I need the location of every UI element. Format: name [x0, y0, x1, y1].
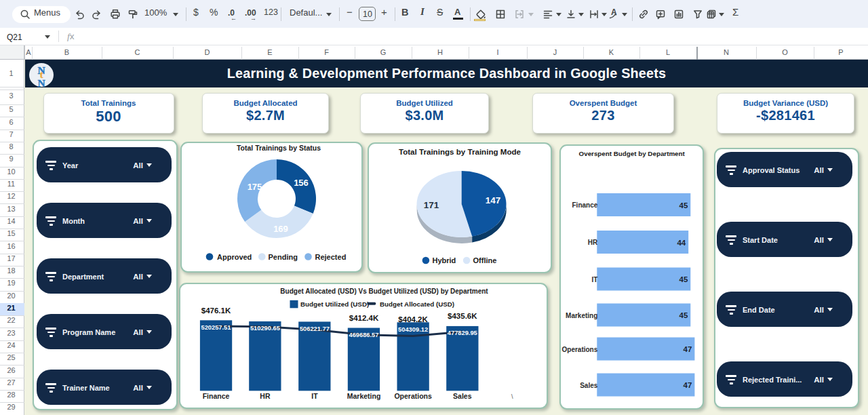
svg-text:Budget Allocated (USD) Vs Budg: Budget Allocated (USD) Vs Budget Utilize… — [280, 288, 488, 295]
svg-text:$404.2K: $404.2K — [398, 315, 428, 323]
svg-text:Sales: Sales — [580, 382, 598, 389]
svg-text:506221.77: 506221.77 — [299, 325, 329, 332]
svg-text:175: 175 — [248, 182, 262, 192]
svg-text:Budget Allocated (USD): Budget Allocated (USD) — [380, 300, 454, 307]
svg-text:Overspent Budget by Department: Overspent Budget by Department — [579, 150, 686, 157]
svg-text:Marketing: Marketing — [347, 391, 380, 399]
svg-text:47: 47 — [684, 381, 692, 389]
svg-text:469686.57: 469686.57 — [349, 332, 378, 338]
svg-text:Total Trainings by Status: Total Trainings by Status — [237, 144, 321, 152]
svg-text:$435.6K: $435.6K — [448, 311, 477, 319]
svg-text:$476.1K: $476.1K — [201, 307, 231, 315]
svg-text:HR: HR — [588, 239, 598, 246]
svg-text:IT: IT — [591, 276, 597, 283]
svg-text:44: 44 — [677, 239, 686, 247]
svg-text:$412.4K: $412.4K — [349, 314, 378, 322]
svg-text:Sales: Sales — [453, 391, 472, 399]
svg-text:45: 45 — [679, 275, 688, 283]
svg-text:45: 45 — [679, 311, 688, 319]
svg-text:47: 47 — [684, 345, 692, 353]
svg-text:Finance: Finance — [202, 391, 229, 399]
svg-text:45: 45 — [679, 201, 688, 210]
svg-text:Hybrid: Hybrid — [433, 256, 456, 264]
svg-text:Budget Utilized (USD): Budget Utilized (USD) — [300, 300, 369, 307]
svg-text:Rejected: Rejected — [315, 253, 347, 261]
svg-text:Offline: Offline — [473, 256, 497, 264]
svg-text:Operations: Operations — [562, 346, 598, 353]
svg-text:169: 169 — [273, 224, 288, 234]
svg-text:147: 147 — [486, 195, 501, 205]
svg-text:HR: HR — [260, 391, 271, 399]
svg-text:504309.12: 504309.12 — [398, 325, 428, 332]
svg-text:Total Trainings by Training Mo: Total Trainings by Training Mode — [399, 147, 521, 156]
svg-text:Marketing: Marketing — [566, 312, 597, 319]
svg-text:171: 171 — [424, 200, 439, 210]
svg-text:Approved: Approved — [217, 253, 252, 261]
svg-text:Operations: Operations — [394, 391, 432, 399]
svg-text:156: 156 — [294, 178, 309, 188]
svg-text:477829.95: 477829.95 — [447, 330, 477, 336]
svg-text:Finance: Finance — [572, 201, 598, 209]
svg-text:510290.65: 510290.65 — [250, 325, 279, 332]
svg-text:\: \ — [511, 393, 513, 399]
svg-text:IT: IT — [311, 391, 318, 399]
svg-text:520257.51: 520257.51 — [201, 323, 231, 330]
svg-text:Pending: Pending — [269, 253, 298, 261]
